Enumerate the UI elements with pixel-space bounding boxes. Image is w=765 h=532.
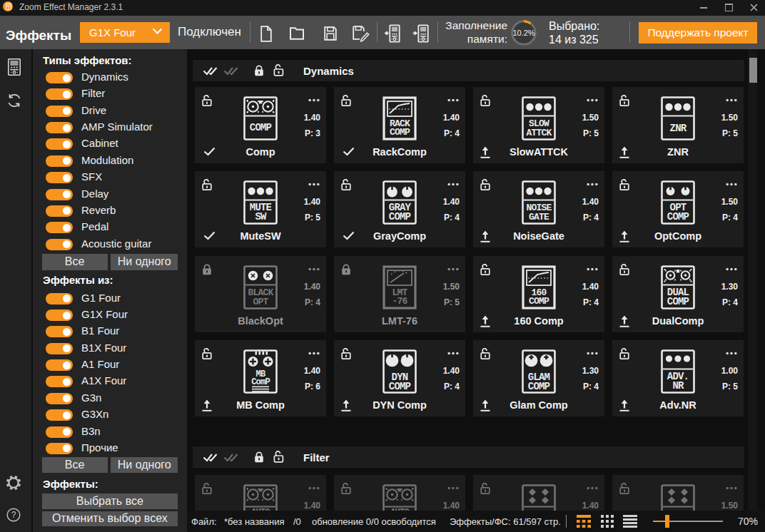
svg-text:ZNR: ZNR <box>670 123 687 134</box>
svg-text:COMP: COMP <box>250 122 272 133</box>
svg-text:SW: SW <box>255 211 267 222</box>
svg-text:COMP: COMP <box>667 296 689 307</box>
svg-text:OPT: OPT <box>253 297 268 307</box>
svg-text:NR: NR <box>672 380 684 392</box>
svg-text:GATE: GATE <box>529 212 549 222</box>
svg-text:COMP: COMP <box>529 296 549 307</box>
svg-text:COMP: COMP <box>389 211 411 222</box>
svg-text:-76: -76 <box>392 296 407 307</box>
svg-text:COMP: COMP <box>667 211 689 222</box>
svg-text:COMP: COMP <box>389 381 411 392</box>
svg-text:COMP: COMP <box>390 127 410 138</box>
svg-text:?: ? <box>11 510 16 520</box>
svg-text:ATTCK: ATTCK <box>526 128 552 138</box>
svg-text:COMP: COMP <box>528 381 550 392</box>
svg-text:ComP: ComP <box>251 377 270 387</box>
svg-text:10.2%: 10.2% <box>512 29 535 37</box>
